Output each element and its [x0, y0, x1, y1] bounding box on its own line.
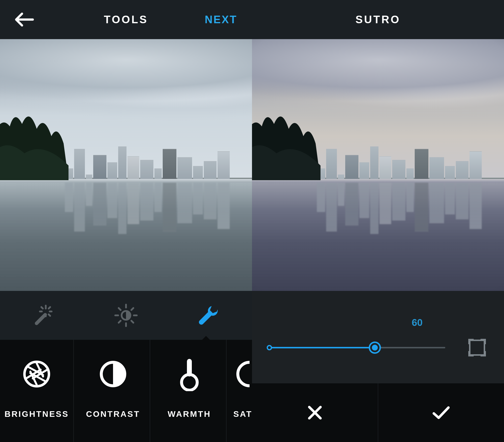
slider-thumb[interactable] — [369, 341, 381, 354]
header: TOOLS NEXT — [0, 0, 252, 39]
next-button[interactable]: NEXT — [205, 14, 237, 26]
tools-strip[interactable]: BRIGHTNESS CONTRAST WA — [0, 340, 252, 442]
slider-value: 60 — [412, 317, 423, 328]
close-icon — [306, 404, 324, 421]
filter-strength-panel: 60 — [252, 291, 504, 383]
svg-line-13 — [131, 321, 133, 323]
confirm-bar — [252, 383, 504, 442]
svg-line-15 — [119, 321, 121, 323]
tool-label: BRIGHTNESS — [5, 409, 69, 419]
tool-brightness[interactable]: BRIGHTNESS — [0, 340, 74, 442]
header: SUTRO — [252, 0, 504, 39]
tool-label: WARMTH — [168, 409, 211, 419]
cancel-button[interactable] — [252, 383, 378, 442]
magic-wand-icon — [30, 304, 54, 327]
filter-adjust-screen: SUTRO — [252, 0, 504, 442]
tool-label: SATU — [234, 409, 252, 419]
aperture-icon — [22, 359, 51, 389]
svg-rect-29 — [484, 351, 486, 357]
svg-point-20 — [181, 374, 197, 390]
thermometer-icon — [177, 357, 202, 391]
wrench-icon — [198, 304, 222, 327]
auto-enhance-sun-icon — [114, 303, 138, 328]
slider-fill — [269, 347, 375, 348]
svg-line-6 — [49, 307, 50, 308]
slider-origin — [267, 345, 272, 350]
frame-icon — [467, 338, 487, 357]
tools-screen: TOOLS NEXT — [0, 0, 252, 442]
tool-label: CONTRAST — [86, 409, 140, 419]
svg-line-12 — [119, 308, 121, 310]
check-icon — [431, 404, 451, 421]
contrast-icon — [98, 359, 128, 389]
editor-mode-tabs — [0, 291, 252, 340]
svg-rect-21 — [470, 340, 485, 355]
photo-preview[interactable] — [0, 39, 252, 291]
confirm-button[interactable] — [378, 383, 504, 442]
tool-warmth[interactable]: WARMTH — [153, 340, 227, 442]
active-tab-caret — [202, 336, 210, 340]
arrow-left-icon — [15, 12, 34, 27]
svg-rect-23 — [468, 339, 470, 344]
tab-tools[interactable] — [198, 304, 222, 327]
strength-slider[interactable] — [269, 347, 445, 348]
header-title: SUTRO — [356, 14, 400, 26]
svg-rect-25 — [484, 339, 486, 344]
frame-toggle[interactable] — [467, 338, 487, 357]
svg-rect-27 — [468, 351, 470, 357]
back-button[interactable] — [15, 12, 34, 27]
svg-line-4 — [41, 307, 43, 308]
saturation-icon — [235, 359, 252, 389]
header-title: TOOLS — [104, 14, 148, 26]
svg-line-14 — [131, 308, 133, 310]
tool-contrast[interactable]: CONTRAST — [76, 340, 150, 442]
photo-preview[interactable] — [252, 39, 504, 291]
tab-magic[interactable] — [30, 304, 54, 327]
svg-line-5 — [49, 314, 50, 316]
tool-saturation[interactable]: SATU — [229, 340, 252, 442]
svg-rect-7 — [34, 312, 47, 326]
tab-auto-enhance[interactable] — [114, 303, 138, 328]
